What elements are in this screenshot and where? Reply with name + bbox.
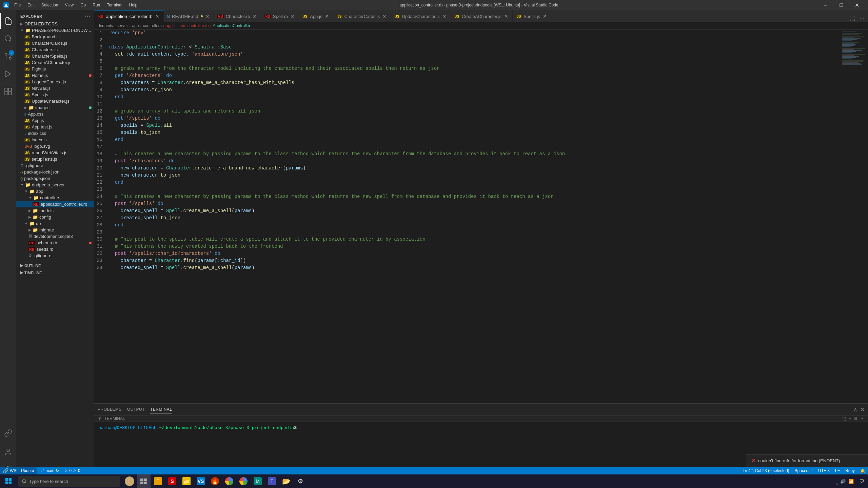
tab-close-appjs[interactable]: ✕ — [324, 13, 330, 19]
more-actions-button[interactable]: ⋯ — [858, 14, 866, 22]
tab-application-controller[interactable]: RB application_controller.rb ✕ — [94, 10, 164, 22]
open-editors-section[interactable]: ▶ OPEN EDITORS — [16, 21, 94, 27]
tab-updatecharacterjs[interactable]: JS UpdateCharacter.js ✕ — [391, 10, 451, 22]
status-errors[interactable]: ✕ 0 ⚠ 0 — [62, 467, 83, 474]
maximize-button[interactable]: □ — [833, 0, 849, 10]
accounts-icon[interactable] — [0, 444, 16, 460]
terminal-add-button[interactable]: + — [849, 416, 851, 421]
breadcrumb-file[interactable]: application_controller.rb — [166, 23, 209, 28]
sidebar-item-indexcss[interactable]: # index.css — [16, 130, 94, 137]
sidebar-item-navbarjs[interactable]: JS NavBar.js — [16, 85, 94, 92]
tab-charactercardsjs[interactable]: JS CharacterCards.js ✕ — [333, 10, 391, 22]
menu-help[interactable]: Help — [126, 2, 140, 8]
status-wsl[interactable]: 🔗 WSL: Ubuntu — [0, 467, 37, 474]
taskbar-app-files2[interactable]: 📂 — [279, 474, 293, 488]
sidebar-item-config[interactable]: ▶ 📁 config — [16, 214, 94, 220]
source-control-icon[interactable]: 6 — [0, 48, 16, 64]
menu-run[interactable]: Run — [90, 2, 103, 8]
sidebar-item-createacharacterjs[interactable]: JS CreateACharacter.js — [16, 59, 94, 66]
terminal-trash-button[interactable]: 🗑 — [854, 416, 858, 421]
breadcrumb-app[interactable]: app — [132, 23, 139, 28]
panel-close-button[interactable]: ✕ — [860, 406, 865, 413]
taskbar-app-chrome-1[interactable] — [222, 474, 236, 488]
taskbar-app-taskview[interactable] — [137, 474, 151, 488]
taskbar-app-pinned-2[interactable]: S — [165, 474, 179, 488]
problems-tab[interactable]: PROBLEMS — [98, 406, 122, 413]
tab-close-spellrb[interactable]: ✕ — [290, 13, 295, 19]
menu-go[interactable]: Go — [78, 2, 88, 8]
windows-search-bar[interactable]: Type here to search — [18, 476, 120, 487]
tab-appjs[interactable]: JS App.js ✕ — [299, 10, 333, 22]
explorer-icon[interactable] — [0, 13, 16, 29]
sidebar-item-charactercardsjs[interactable]: JS CharacterCards.js — [16, 40, 94, 46]
tab-createacharacterjs[interactable]: JS CreateACharacter.js ✕ — [451, 10, 513, 22]
tab-close-readme[interactable]: ✕ — [205, 13, 210, 19]
terminal-dots-button[interactable]: ⋯ — [861, 416, 865, 421]
tab-spellrb[interactable]: RB Spell.rb ✕ — [261, 10, 299, 22]
sidebar-dots-button[interactable]: ⋯ — [85, 13, 91, 19]
taskbar-app-pinned-1[interactable]: T — [151, 474, 165, 488]
split-editor-button[interactable]: ⬚ — [849, 14, 856, 22]
status-ln-col[interactable]: Ln 42, Col 23 (6 selected) — [740, 468, 792, 473]
sidebar-item-packagejson[interactable]: {} package.json — [16, 175, 94, 182]
taskbar-app-special[interactable]: 𓂀 — [123, 474, 136, 488]
sidebar-item-updatecharacterjs[interactable]: JS UpdateCharacter.js — [16, 98, 94, 104]
status-spaces[interactable]: Spaces: 2 — [792, 468, 815, 473]
minimize-button[interactable]: – — [818, 0, 833, 10]
sidebar-item-db[interactable]: ▼ 📁 db — [16, 220, 94, 227]
sidebar-item-fightjs[interactable]: JS Fight.js — [16, 66, 94, 72]
taskbar-app-meet[interactable]: M — [251, 474, 264, 488]
tab-close-spellsjs[interactable]: ✕ — [542, 13, 548, 19]
outline-section[interactable]: ▶ OUTLINE — [16, 262, 94, 269]
status-eol[interactable]: LF — [832, 468, 843, 473]
taskbar-app-teams[interactable]: T — [265, 474, 279, 488]
close-button[interactable]: ✕ — [849, 0, 865, 10]
terminal-tab[interactable]: TERMINAL — [150, 406, 172, 413]
extensions-icon[interactable] — [0, 83, 16, 100]
tab-close-createacharacterjs[interactable]: ✕ — [504, 13, 509, 19]
taskbar-app-chrome-2[interactable] — [237, 474, 250, 488]
tray-arrow[interactable]: ‸ — [836, 478, 837, 485]
sidebar-item-indexjs[interactable]: JS index.js — [16, 137, 94, 143]
sidebar-item-setuptests[interactable]: JS setupTests.js — [16, 156, 94, 162]
windows-start-button[interactable] — [0, 474, 17, 488]
sidebar-item-appjs[interactable]: JS App.js — [16, 117, 94, 124]
tab-spellsjs[interactable]: JS Spells.js ✕ — [513, 10, 551, 22]
project-root[interactable]: ▼ 📁 PHASE-3-PROJECT-DNDW... — [16, 27, 94, 34]
search-activity-icon[interactable] — [0, 30, 16, 47]
panel-collapse-button[interactable]: ∧ — [853, 406, 857, 413]
run-debug-icon[interactable] — [0, 66, 16, 82]
breadcrumb-server[interactable]: dndpedia_server — [98, 23, 128, 28]
tab-close-updatecharacterjs[interactable]: ✕ — [442, 13, 447, 19]
sidebar-item-controllers[interactable]: ▼ 📁 controllers — [16, 195, 94, 201]
status-branch[interactable]: ⎇ main ↻ — [37, 467, 62, 474]
output-tab[interactable]: OUTPUT — [127, 406, 145, 413]
sidebar-item-models[interactable]: ▶ 📁 models — [16, 207, 94, 214]
taskbar-app-pinned-3[interactable]: 🔥 — [208, 474, 222, 488]
breadcrumb-class[interactable]: ApplicationController — [213, 23, 251, 28]
tray-wifi[interactable]: 📶 — [848, 479, 854, 484]
status-language[interactable]: Ruby — [843, 468, 857, 473]
status-notifications[interactable]: 🔔 — [857, 468, 868, 473]
sidebar-item-reportwebvitals[interactable]: JS reportWebVitals.js — [16, 149, 94, 156]
tray-notification[interactable]: 🗨 — [859, 479, 864, 484]
tab-close-characterrb[interactable]: ✕ — [252, 13, 257, 19]
breadcrumb-controllers[interactable]: controllers — [143, 23, 161, 28]
sidebar-item-app[interactable]: ▼ 📁 app — [16, 188, 94, 195]
sidebar-item-seedsrb[interactable]: RB seeds.rb — [16, 246, 94, 252]
menu-view[interactable]: View — [62, 2, 76, 8]
sidebar-item-packagelockjson[interactable]: {} package-lock.json — [16, 169, 94, 175]
menu-terminal[interactable]: Terminal — [104, 2, 125, 8]
sidebar-item-characterspellsjs[interactable]: JS CharacterSpells.js — [16, 53, 94, 59]
remote-icon[interactable] — [0, 425, 16, 441]
terminal-split-button[interactable]: ⬚ — [842, 416, 846, 421]
sidebar-item-appcss[interactable]: # App.css — [16, 111, 94, 117]
menu-file[interactable]: File — [12, 2, 23, 8]
taskbar-app-vscode[interactable]: VS — [194, 474, 208, 488]
sidebar-item-gitignore2[interactable]: ⚙ .gitignore — [16, 252, 94, 259]
tab-characterrb[interactable]: RB Character.rb ✕ — [214, 10, 261, 22]
sidebar-item-backgroundjs[interactable]: JS Background.js — [16, 34, 94, 40]
sidebar-item-dndpedia-server[interactable]: ▼ 📁 dndpedia_server — [16, 182, 94, 188]
sidebar-item-applicationcontrollerrb[interactable]: RB application_controller.rb — [16, 201, 94, 207]
sidebar-item-images[interactable]: ▶ 📁 images — [16, 104, 94, 111]
